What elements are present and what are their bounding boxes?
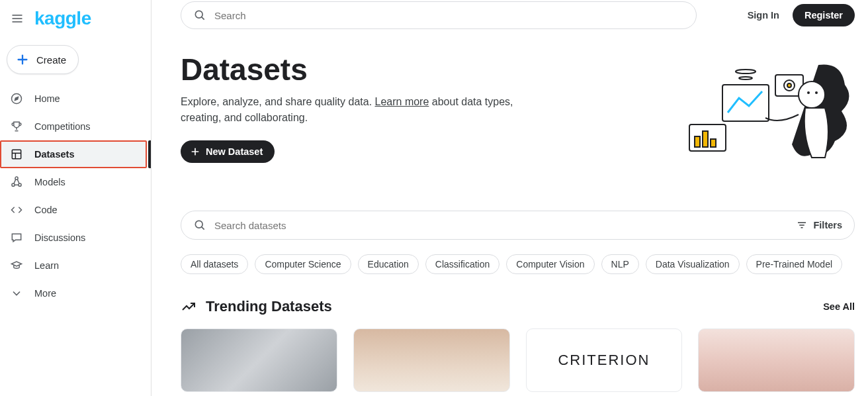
svg-point-32 [195, 221, 202, 228]
category-chips: All datasets Computer Science Education … [181, 254, 855, 274]
auth-controls: Sign In Register [748, 4, 855, 26]
svg-line-16 [202, 17, 204, 20]
chip-nlp[interactable]: NLP [601, 254, 639, 274]
trending-icon [181, 299, 196, 315]
dataset-card-3[interactable]: CRITERION [526, 328, 683, 392]
svg-point-29 [799, 81, 825, 108]
trending-left: Trending Datasets [181, 298, 332, 315]
trending-title: Trending Datasets [206, 298, 332, 315]
sidebar-item-learn[interactable]: Learn [0, 252, 147, 279]
new-dataset-button[interactable]: New Dataset [181, 140, 275, 163]
topbar: Sign In Register [181, 0, 855, 33]
code-icon [9, 203, 24, 217]
nav-label: Code [34, 205, 58, 215]
menu-button[interactable] [9, 11, 25, 26]
chip-classification[interactable]: Classification [425, 254, 499, 274]
nav-label: Models [34, 177, 65, 187]
main: Sign In Register Datasets Explore, analy… [152, 0, 868, 396]
chip-data-visualization[interactable]: Data Visualization [646, 254, 740, 274]
svg-rect-9 [12, 150, 21, 158]
sidebar-item-competitions[interactable]: Competitions [0, 113, 147, 140]
svg-point-30 [807, 91, 810, 94]
kaggle-logo[interactable]: kaggle [34, 8, 91, 29]
dataset-card-2[interactable] [353, 328, 510, 392]
sidebar-item-code[interactable]: Code [0, 196, 147, 224]
svg-point-26 [787, 83, 791, 87]
register-button[interactable]: Register [793, 4, 855, 26]
chip-all-datasets[interactable]: All datasets [181, 254, 248, 274]
search-icon [193, 219, 206, 232]
svg-point-31 [815, 91, 818, 94]
svg-rect-22 [711, 139, 716, 147]
sidebar-item-home[interactable]: Home [0, 85, 147, 113]
new-dataset-label: New Dataset [206, 146, 263, 157]
svg-line-33 [202, 227, 204, 230]
learn-more-link[interactable]: Learn more [375, 96, 429, 107]
sidebar: kaggle Create Home Competitions Datasets [0, 0, 152, 396]
sign-in-link[interactable]: Sign In [748, 10, 779, 21]
search-icon [193, 9, 206, 22]
graduation-icon [9, 258, 24, 273]
sidebar-nav: Home Competitions Datasets Models Code D… [0, 85, 151, 307]
nav-label: Learn [34, 260, 59, 271]
nav-label: More [34, 288, 56, 299]
plus-icon [15, 52, 30, 67]
create-label: Create [36, 54, 66, 66]
datasets-search-input[interactable] [214, 220, 788, 231]
global-search-input[interactable] [214, 10, 684, 21]
nav-label: Datasets [34, 149, 74, 160]
filters-button[interactable]: Filters [796, 219, 842, 231]
svg-rect-20 [695, 136, 700, 147]
svg-point-15 [195, 11, 202, 18]
dataset-card-4[interactable] [698, 328, 855, 392]
see-all-link[interactable]: See All [823, 301, 855, 312]
table-icon [9, 147, 24, 162]
criterion-label: CRITERION [558, 352, 650, 369]
chip-computer-vision[interactable]: Computer Vision [506, 254, 594, 274]
chat-icon [9, 230, 24, 245]
sidebar-item-models[interactable]: Models [0, 168, 147, 196]
page-title: Datasets [181, 52, 656, 87]
trending-cards: CRITERION [181, 328, 855, 392]
sidebar-item-discussions[interactable]: Discussions [0, 224, 147, 252]
nav-label: Home [34, 93, 60, 104]
hero-description: Explore, analyze, and share quality data… [181, 94, 525, 126]
chip-education[interactable]: Education [358, 254, 419, 274]
dataset-card-1[interactable] [181, 328, 337, 392]
datasets-search[interactable]: Filters [181, 211, 855, 240]
svg-rect-21 [703, 131, 708, 147]
hero-illustration [670, 52, 855, 184]
nav-label: Discussions [34, 232, 85, 243]
chip-pre-trained-model[interactable]: Pre-Trained Model [746, 254, 842, 274]
nav-label: Competitions [34, 121, 91, 132]
sidebar-item-datasets[interactable]: Datasets [0, 140, 147, 168]
svg-point-12 [15, 177, 18, 179]
menu-icon [11, 12, 24, 25]
hero: Datasets Explore, analyze, and share qua… [181, 52, 855, 184]
filters-label: Filters [813, 220, 842, 230]
sidebar-header: kaggle [0, 4, 151, 36]
chevron-down-icon [9, 286, 24, 301]
trophy-icon [9, 119, 24, 134]
chip-computer-science[interactable]: Computer Science [255, 254, 351, 274]
sidebar-item-more[interactable]: More [0, 279, 147, 307]
create-button[interactable]: Create [7, 45, 79, 74]
plus-icon [190, 146, 200, 157]
hero-text: Datasets Explore, analyze, and share qua… [181, 52, 656, 184]
global-search[interactable] [181, 1, 697, 29]
network-icon [9, 175, 24, 189]
svg-point-27 [736, 70, 756, 74]
compass-icon [9, 91, 24, 106]
hero-desc-pre: Explore, analyze, and share quality data… [181, 96, 375, 107]
svg-point-28 [739, 77, 752, 79]
filter-icon [796, 219, 808, 231]
svg-marker-6 [15, 97, 19, 101]
trending-header: Trending Datasets See All [181, 298, 855, 315]
